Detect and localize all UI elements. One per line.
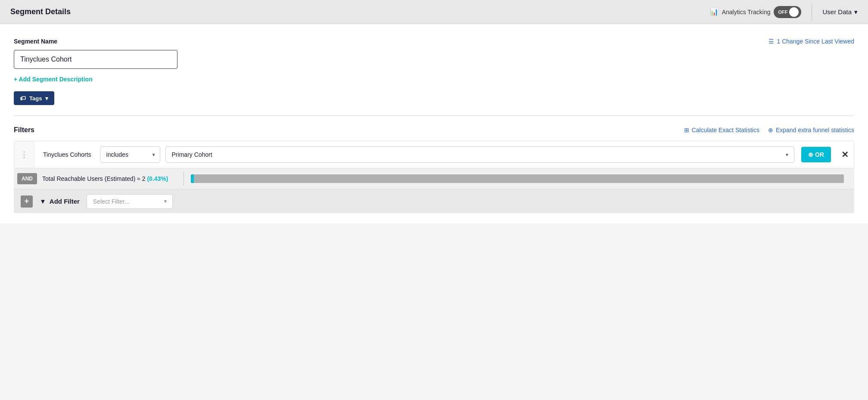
analytics-icon: 📊 (710, 8, 719, 16)
plus-circle-icon: ⊕ (768, 127, 773, 133)
table-icon: ⊞ (684, 127, 689, 133)
reachable-users-text: Total Reachable Users (Estimated) ≈ 2 (42, 175, 146, 182)
user-data-dropdown[interactable]: User Data ▾ (822, 8, 858, 16)
filter-row: ⋮ Tinyclues Cohorts includes excludes Pr… (14, 141, 854, 168)
or-label: OR (815, 151, 824, 158)
progress-bar (191, 174, 844, 183)
filter-container: ⋮ Tinyclues Cohorts includes excludes Pr… (14, 141, 854, 213)
tag-icon: 🏷 (20, 95, 26, 102)
main-content: Segment Name ☰ 1 Change Since Last Viewe… (0, 24, 868, 223)
add-filter-text: Add Filter (50, 198, 80, 205)
calculate-stats-label: Calculate Exact Statistics (692, 127, 759, 133)
plus-icon: + (25, 197, 29, 206)
add-description-label: + Add Segment Description (14, 76, 93, 83)
drag-handle[interactable]: ⋮ (14, 141, 34, 168)
primary-cohort-wrapper: Primary Cohort Secondary Cohort (165, 146, 794, 163)
filters-title: Filters (14, 126, 34, 134)
select-filter-dropdown[interactable]: Select Filter... (87, 194, 173, 209)
segment-name-label: Segment Name (14, 38, 57, 45)
stats-row: AND Total Reachable Users (Estimated) ≈ … (14, 168, 854, 189)
analytics-tracking-label: Analytics Tracking (722, 9, 771, 16)
add-description-button[interactable]: + Add Segment Description (14, 76, 93, 83)
header-divider (812, 3, 812, 21)
and-badge[interactable]: AND (17, 173, 37, 184)
filters-actions: ⊞ Calculate Exact Statistics ⊕ Expand ex… (684, 127, 854, 133)
expand-funnel-button[interactable]: ⊕ Expand extra funnel statistics (768, 127, 854, 133)
includes-select-wrapper: includes excludes (100, 146, 160, 163)
add-filter-row: + ▼ Add Filter Select Filter... (14, 189, 854, 213)
tags-label: Tags (29, 95, 42, 102)
remove-filter-button[interactable]: ✕ (836, 149, 854, 160)
toggle-state-label: OFF (778, 9, 787, 15)
toggle-knob (789, 7, 799, 17)
list-icon: ☰ (768, 38, 774, 45)
expand-funnel-label: Expand extra funnel statistics (776, 127, 854, 133)
filters-header: Filters ⊞ Calculate Exact Statistics ⊕ E… (14, 126, 854, 134)
header-right: 📊 Analytics Tracking OFF User Data ▾ (710, 3, 858, 21)
tags-chevron-icon: ▾ (45, 95, 48, 102)
or-plus-icon: ⊕ (808, 151, 813, 158)
segment-name-row: Segment Name ☰ 1 Change Since Last Viewe… (14, 38, 854, 45)
stats-text: Total Reachable Users (Estimated) ≈ 2 (0… (42, 175, 177, 182)
add-filter-plus-button[interactable]: + (21, 195, 33, 208)
or-button[interactable]: ⊕ OR (801, 147, 831, 162)
add-filter-label: ▼ Add Filter (40, 198, 80, 205)
analytics-tracking-section: 📊 Analytics Tracking OFF (710, 6, 802, 18)
cohort-value-select[interactable]: Primary Cohort Secondary Cohort (165, 146, 794, 163)
analytics-toggle[interactable]: OFF (774, 6, 801, 18)
filter-icon: ▼ (40, 198, 46, 205)
filter-field-name: Tinyclues Cohorts (34, 151, 100, 158)
page-title: Segment Details (10, 7, 71, 16)
user-data-label: User Data (822, 8, 852, 16)
segment-name-input[interactable] (14, 50, 177, 69)
progress-bar-fill (191, 174, 194, 183)
calculate-stats-button[interactable]: ⊞ Calculate Exact Statistics (684, 127, 759, 133)
page-header: Segment Details 📊 Analytics Tracking OFF… (0, 0, 868, 24)
tags-button[interactable]: 🏷 Tags ▾ (14, 91, 54, 105)
stats-divider (184, 172, 184, 186)
stats-percentage: (0.43%) (147, 175, 168, 182)
changes-link[interactable]: ☰ 1 Change Since Last Viewed (768, 38, 854, 45)
select-filter-wrapper: Select Filter... (87, 194, 173, 209)
changes-link-text: 1 Change Since Last Viewed (777, 38, 854, 45)
section-divider (14, 115, 854, 116)
operator-select[interactable]: includes excludes (100, 146, 160, 163)
chevron-down-icon: ▾ (854, 8, 858, 16)
